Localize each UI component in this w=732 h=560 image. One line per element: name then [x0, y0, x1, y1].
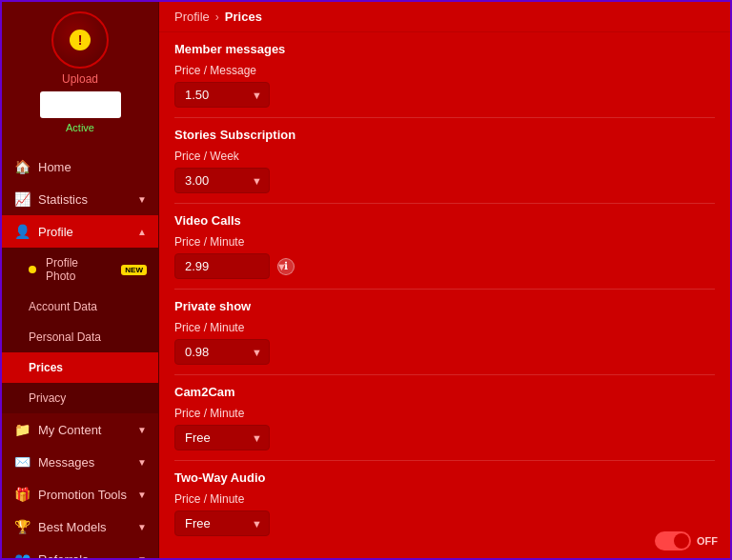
- content-icon: 📁: [13, 422, 30, 437]
- member-messages-select[interactable]: 1.50 2.00 2.50 3.00: [174, 82, 270, 108]
- field-label: Price / Minute: [174, 407, 715, 420]
- sidebar-nav: 🏠 Home 📈 Statistics ▼ 👤 Profile ▲ Profil…: [2, 150, 158, 558]
- profile-icon: 👤: [13, 224, 30, 239]
- sidebar-item-label: Home: [38, 160, 147, 174]
- section-stories-subscription: Stories Subscription Price / Week 1.00 2…: [174, 128, 715, 204]
- sidebar-item-label: Referrals: [38, 552, 130, 559]
- chevron-down-icon: ▼: [137, 425, 147, 435]
- sidebar-item-my-content[interactable]: 📁 My Content ▼: [2, 413, 158, 446]
- sidebar-item-prices[interactable]: Prices: [2, 352, 158, 383]
- sidebar-item-label: Best Models: [38, 520, 130, 534]
- sidebar-item-label: Promotion Tools: [38, 488, 130, 502]
- profile-image-box: [40, 91, 121, 118]
- avatar: !: [51, 11, 109, 69]
- sidebar-item-label: Statistics: [38, 192, 130, 207]
- statistics-icon: 📈: [13, 191, 30, 207]
- sidebar-item-statistics[interactable]: 📈 Statistics ▼: [2, 183, 158, 215]
- section-title: Cam2Cam: [174, 385, 715, 399]
- breadcrumb-separator: ›: [215, 10, 219, 24]
- sidebar-item-privacy[interactable]: Privacy: [2, 383, 158, 413]
- select-wrapper: 0.98 1.50 2.00 ▼: [174, 339, 270, 365]
- chevron-down-icon: ▼: [137, 194, 147, 205]
- sidebar-sub-label: Personal Data: [29, 330, 147, 344]
- chevron-down-icon: ▼: [137, 522, 147, 532]
- app-container: ! Upload Active 🏠 Home 📈 Statistics ▼ 👤 …: [2, 2, 730, 558]
- breadcrumb-current: Prices: [225, 10, 262, 24]
- trophy-icon: 🏆: [13, 519, 30, 534]
- section-two-way-audio: Two-Way Audio Price / Minute Free 0.50 1…: [174, 470, 715, 546]
- field-label: Price / Message: [174, 64, 715, 77]
- field-label: Price / Minute: [174, 492, 715, 506]
- sidebar-item-label: My Content: [38, 423, 130, 437]
- breadcrumb-parent[interactable]: Profile: [174, 10, 210, 24]
- chevron-up-icon: ▲: [137, 227, 147, 237]
- chevron-down-icon: ▼: [137, 490, 147, 500]
- field-label: Price / Minute: [174, 321, 715, 334]
- sidebar-item-account-data[interactable]: Account Data: [2, 291, 158, 322]
- sidebar-item-messages[interactable]: ✉️ Messages ▼: [2, 446, 158, 478]
- toggle-area: OFF: [655, 531, 718, 550]
- sidebar-sub-label: Prices: [29, 361, 147, 374]
- select-wrapper: Free 0.50 1.00 ▼: [174, 510, 270, 536]
- two-way-audio-select[interactable]: Free 0.50 1.00: [174, 510, 270, 536]
- sidebar-item-label: Profile: [38, 225, 130, 239]
- section-title: Private show: [174, 299, 715, 313]
- sidebar: ! Upload Active 🏠 Home 📈 Statistics ▼ 👤 …: [2, 2, 159, 558]
- section-private-show: Private show Price / Minute 0.98 1.50 2.…: [174, 299, 715, 375]
- promotion-icon: 🎁: [13, 487, 30, 502]
- section-member-messages: Member messages Price / Message 1.50 2.0…: [174, 42, 715, 118]
- section-title: Two-Way Audio: [174, 470, 715, 485]
- prices-content: Member messages Price / Message 1.50 2.0…: [159, 32, 730, 558]
- sidebar-sub-label: Privacy: [29, 391, 147, 405]
- cam2cam-select[interactable]: Free 0.50 1.00: [174, 425, 270, 450]
- select-wrapper: 1.99 2.99 3.99 ▼ ℹ: [174, 253, 295, 279]
- breadcrumb: Profile › Prices: [159, 2, 730, 32]
- select-wrapper: 1.00 2.00 3.00 4.00 ▼: [174, 168, 270, 193]
- sidebar-item-promotion-tools[interactable]: 🎁 Promotion Tools ▼: [2, 478, 158, 510]
- toggle-switch[interactable]: [655, 531, 691, 550]
- field-label: Price / Minute: [174, 235, 715, 249]
- select-wrapper: Free 0.50 1.00 ▼: [174, 425, 270, 450]
- sidebar-sub-label: Account Data: [29, 300, 147, 313]
- section-title: Video Calls: [174, 213, 715, 228]
- new-badge: NEW: [121, 265, 147, 275]
- dot-icon: [29, 266, 36, 273]
- chevron-down-icon: ▼: [137, 554, 147, 559]
- sidebar-item-personal-data[interactable]: Personal Data: [2, 322, 158, 352]
- referrals-icon: 👥: [13, 551, 30, 558]
- section-cam2cam: Cam2Cam Price / Minute Free 0.50 1.00 ▼: [174, 385, 715, 461]
- home-icon: 🏠: [13, 159, 30, 174]
- chevron-down-icon: ▼: [137, 457, 147, 468]
- select-wrapper: 1.50 2.00 2.50 3.00 ▼: [174, 82, 270, 108]
- avatar-area: ! Upload Active: [40, 11, 121, 141]
- video-calls-select[interactable]: 1.99 2.99 3.99: [174, 253, 270, 279]
- sidebar-item-referrals[interactable]: 👥 Referrals ▼: [2, 543, 158, 558]
- stories-subscription-select[interactable]: 1.00 2.00 3.00 4.00: [174, 168, 270, 193]
- section-video-calls: Video Calls Price / Minute 1.99 2.99 3.9…: [174, 213, 715, 290]
- sidebar-item-home[interactable]: 🏠 Home: [2, 150, 158, 183]
- section-title: Member messages: [174, 42, 715, 56]
- warning-icon: !: [70, 30, 91, 50]
- toggle-knob: [674, 533, 689, 549]
- sidebar-item-profile-photo[interactable]: Profile Photo NEW: [2, 248, 158, 291]
- main-content: Profile › Prices Member messages Price /…: [159, 2, 730, 558]
- private-show-select[interactable]: 0.98 1.50 2.00: [174, 339, 270, 365]
- sidebar-item-label: Messages: [38, 455, 130, 470]
- sidebar-item-best-models[interactable]: 🏆 Best Models ▼: [2, 510, 158, 543]
- toggle-label: OFF: [697, 535, 718, 547]
- field-label: Price / Week: [174, 150, 715, 163]
- active-badge: Active: [66, 122, 94, 133]
- messages-icon: ✉️: [13, 454, 30, 470]
- info-icon[interactable]: ℹ: [277, 258, 295, 275]
- sidebar-item-profile[interactable]: 👤 Profile ▲: [2, 215, 158, 248]
- sidebar-sub-label: Profile Photo: [46, 256, 110, 283]
- upload-label[interactable]: Upload: [62, 72, 98, 86]
- section-title: Stories Subscription: [174, 128, 715, 142]
